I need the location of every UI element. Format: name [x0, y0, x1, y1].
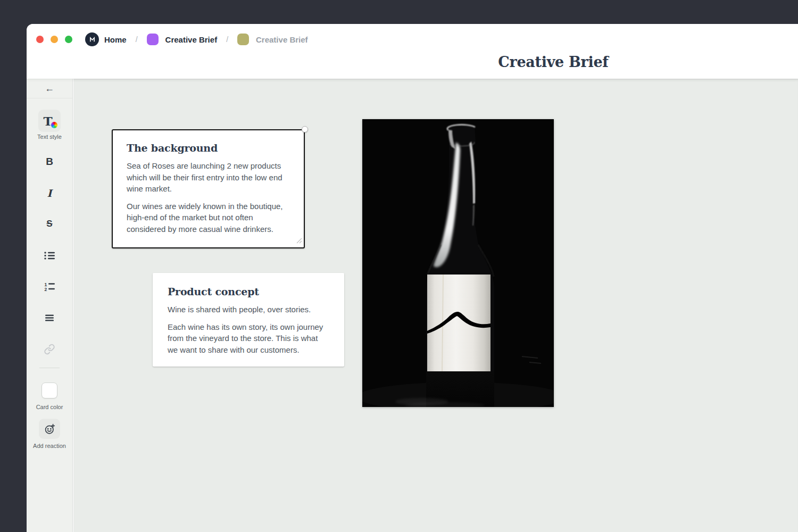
bold-button[interactable]: B — [27, 156, 72, 168]
board-canvas[interactable]: The background Sea of Roses are launchin… — [73, 79, 798, 532]
card-paragraph: Wine is shared with people, over stories… — [168, 304, 329, 315]
milanote-m-icon — [88, 36, 96, 44]
toolbar-divider — [39, 368, 60, 368]
card-title: The background — [127, 142, 290, 154]
titlebar: Home / Creative Brief / Creative Brief C… — [27, 24, 798, 79]
breadcrumb-item-parent-board[interactable]: Creative Brief — [165, 35, 218, 44]
card-color-button[interactable] — [41, 383, 57, 398]
note-card-product-concept[interactable]: Product concept Wine is shared with peop… — [153, 273, 344, 367]
breadcrumb-item-home[interactable]: Home — [104, 35, 127, 44]
board-chip-purple-icon[interactable] — [147, 34, 159, 45]
close-window-button[interactable] — [36, 36, 44, 43]
wine-bottle-photo[interactable] — [362, 119, 554, 407]
app-window: Home / Creative Brief / Creative Brief C… — [27, 24, 798, 532]
text-style-button[interactable]: T — [38, 110, 61, 132]
svg-text:2: 2 — [45, 287, 47, 292]
minimize-window-button[interactable] — [51, 36, 58, 43]
board-chip-olive-icon[interactable] — [237, 34, 249, 45]
breadcrumb-separator: / — [226, 35, 228, 44]
breadcrumb-item-current-board: Creative Brief — [256, 35, 308, 44]
wine-bottle-illustration — [362, 119, 554, 407]
formatting-toolbar: ← T Text style B I S — [27, 79, 73, 532]
milanote-logo[interactable] — [85, 32, 99, 46]
svg-text:1: 1 — [45, 282, 47, 287]
add-reaction-button[interactable] — [39, 419, 60, 439]
italic-button[interactable]: I — [27, 187, 72, 199]
content-area: ← T Text style B I S — [27, 79, 798, 532]
numbered-list-button[interactable]: 1 2 — [44, 282, 55, 294]
breadcrumb: Home / Creative Brief / Creative Brief — [36, 32, 308, 47]
card-title: Product concept — [168, 286, 329, 297]
text-align-button[interactable] — [44, 313, 55, 325]
back-arrow-icon: ← — [45, 83, 54, 94]
add-reaction-label: Add reaction — [27, 443, 72, 449]
zoom-window-button[interactable] — [65, 36, 72, 43]
card-color-label: Card color — [27, 404, 72, 410]
resize-grip-lines — [296, 237, 302, 244]
bullet-list-icon — [44, 251, 55, 260]
numbered-list-icon: 1 2 — [44, 282, 55, 292]
text-style-label: Text style — [27, 134, 72, 140]
card-paragraph: Each wine has its own story, its own jou… — [168, 321, 329, 356]
link-icon — [44, 344, 55, 355]
breadcrumb-separator: / — [136, 35, 138, 44]
link-button — [44, 344, 55, 357]
text-align-icon — [44, 313, 55, 322]
window-controls — [36, 36, 72, 43]
card-paragraph: Sea of Roses are launching 2 new product… — [127, 160, 290, 195]
selection-corner-handle[interactable] — [302, 126, 308, 132]
board-title[interactable]: Creative Brief — [498, 54, 608, 70]
note-card-background[interactable]: The background Sea of Roses are launchin… — [112, 129, 305, 248]
bullet-list-button[interactable] — [44, 251, 55, 262]
resize-grip-icon[interactable] — [296, 236, 302, 246]
card-paragraph: Our wines are widely known in the boutiq… — [127, 201, 290, 235]
add-reaction-smiley-icon — [44, 423, 55, 435]
back-button[interactable]: ← — [27, 79, 72, 98]
color-wheel-icon — [51, 122, 57, 128]
strikethrough-button[interactable]: S — [27, 219, 72, 229]
